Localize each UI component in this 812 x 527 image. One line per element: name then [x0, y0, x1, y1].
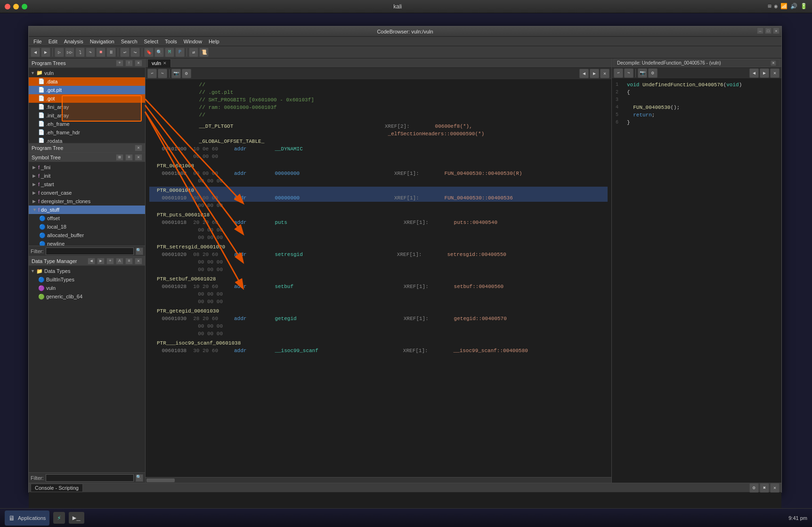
dc-close-btn[interactable]: ✕ [770, 68, 780, 78]
tb-stepover-btn[interactable]: ↷ [86, 48, 95, 57]
tree-item-got[interactable]: 📄 .got [29, 94, 145, 103]
console-tab[interactable]: Console - Scripting [31, 484, 83, 492]
symbol-filter-btn[interactable]: 🔍 [136, 247, 143, 255]
tb-undo-btn[interactable]: ↩ [120, 48, 130, 57]
listing-settings-btn[interactable]: ⚙ [182, 69, 191, 78]
program-tree-tab[interactable]: Program Tree [32, 145, 133, 151]
taskbar-terminal-icon[interactable]: ⚡ [53, 512, 65, 524]
tb-run2-btn[interactable]: ▷▷ [65, 48, 74, 57]
listing-tab-close[interactable]: ✕ [163, 61, 167, 66]
symbol-filter-input[interactable] [46, 247, 134, 255]
sym-deregister[interactable]: ▶ f deregister_tm_clones [29, 197, 145, 206]
tb-forward-btn[interactable]: ▶ [41, 48, 50, 57]
dt-next-btn[interactable]: ▶ [97, 258, 105, 264]
program-trees-export-btn[interactable]: ↑ [125, 60, 133, 66]
menu-edit[interactable]: Edit [46, 38, 60, 45]
tb-search-btn[interactable]: 🔍 [154, 48, 164, 57]
tree-item-fini-array[interactable]: 📄 .fini_array [29, 103, 145, 111]
menu-file[interactable]: File [31, 38, 45, 45]
sym-allocated[interactable]: 🔵 allocated_buffer [29, 231, 145, 239]
tree-item-got-plt[interactable]: 📄 .got.plt [29, 86, 145, 94]
listing-tb-btn2[interactable]: ↪ [158, 69, 167, 78]
dt-data-types[interactable]: ▼ 📁 Data Types [29, 267, 145, 275]
hscroll-thumb[interactable] [146, 478, 175, 482]
listing-tab-vuln[interactable]: vuln ✕ [147, 59, 171, 67]
dc-settings-btn[interactable]: ⚙ [648, 68, 658, 78]
dc-tb-btn1[interactable]: ↩ [614, 68, 623, 78]
dt-vuln[interactable]: 🟣 vuln [29, 284, 145, 292]
sym-newline[interactable]: 🔵 newline [29, 239, 145, 246]
taskbar-app-icon[interactable]: 🖥 Applications [5, 511, 49, 526]
tb-back-btn[interactable]: ◀ [31, 48, 40, 57]
dc-tb-btn2[interactable]: ↪ [624, 68, 633, 78]
sym-start[interactable]: ▶ f _start [29, 180, 145, 189]
os-max-btn[interactable] [22, 4, 27, 9]
menu-tools[interactable]: Tools [162, 38, 180, 45]
listing-tb-right2[interactable]: ▶ [590, 69, 599, 78]
sym-do-stuff[interactable]: ▼ f do_stuff [29, 206, 145, 214]
program-trees-close-btn[interactable]: ✕ [135, 60, 142, 66]
dt-filter-btn[interactable]: 🔍 [136, 474, 143, 482]
symbol-tree-close-btn[interactable]: ✕ [135, 154, 142, 161]
tree-item-vuln-root[interactable]: ▼ 📁 vuln [29, 69, 145, 77]
program-tree-tab-close[interactable]: ✕ [135, 145, 142, 151]
menu-analysis[interactable]: Analysis [61, 38, 86, 45]
listing-close-btn[interactable]: ✕ [600, 69, 609, 78]
tb-run-btn[interactable]: ▷ [55, 48, 64, 57]
tb-script-btn[interactable]: 📜 [199, 48, 209, 57]
app-maximize-btn[interactable]: □ [765, 27, 771, 34]
taskbar-term2-icon[interactable]: ▶_ [69, 512, 84, 524]
tb-redo-btn[interactable]: ↪ [130, 48, 140, 57]
console-settings-btn[interactable]: ⚙ [749, 483, 759, 493]
decompiler-tab[interactable]: Decompile: UndefinedFunction_00400576 - … [614, 59, 780, 67]
listing-camera-btn[interactable]: 📷 [171, 69, 181, 78]
dt-sort-btn[interactable]: A [116, 258, 123, 264]
tb-stop-btn[interactable]: ■ [96, 48, 106, 57]
dt-close-btn[interactable]: ✕ [135, 258, 142, 264]
menu-window[interactable]: Window [181, 38, 205, 45]
dt-builtin-types[interactable]: 🔵 BuiltInTypes [29, 275, 145, 284]
dt-prev-btn[interactable]: ◀ [88, 258, 95, 264]
listing-hscroll[interactable] [146, 477, 611, 483]
console-close-btn[interactable]: ✕ [770, 483, 780, 493]
menu-search[interactable]: Search [118, 38, 140, 45]
menu-help[interactable]: Help [206, 38, 222, 45]
tb-bookmark-btn[interactable]: 🔖 [144, 48, 154, 57]
app-minimize-btn[interactable]: — [757, 27, 763, 34]
sym-init[interactable]: ▶ f _init [29, 172, 145, 180]
symbol-tree-btn2[interactable]: ≡ [125, 154, 133, 161]
tree-item-eh-frame-hdr[interactable]: 📄 .eh_frame_hdr [29, 128, 145, 137]
dt-filter-input[interactable] [46, 474, 134, 482]
sym-local18[interactable]: 🔵 local_18 [29, 222, 145, 231]
os-close-btn[interactable] [5, 4, 10, 9]
console-clear-btn[interactable]: ✖ [760, 483, 769, 493]
dt-view-btn[interactable]: ≡ [125, 258, 133, 264]
menu-select[interactable]: Select [141, 38, 162, 45]
dc-tb-right2[interactable]: ▶ [760, 68, 769, 78]
symbol-tree-btn1[interactable]: ⊞ [116, 154, 123, 161]
tb-proc-btn[interactable]: P [175, 48, 185, 57]
dt-generic-clib[interactable]: 🟢 generic_clib_64 [29, 292, 145, 301]
dc-camera-btn[interactable]: 📷 [638, 68, 647, 78]
program-trees-add-btn[interactable]: + [116, 60, 123, 66]
sym-fini[interactable]: ▶ f _fini [29, 163, 145, 172]
dt-btn3[interactable]: + [106, 258, 114, 264]
tree-item-rodata[interactable]: 📄 .rodata [29, 137, 145, 143]
code-listing[interactable]: // // .got.plt // SHT_PROGBITS [0x601000… [146, 79, 611, 477]
tb-mem-btn[interactable]: M [165, 48, 174, 57]
sym-convert-case[interactable]: ▶ f convert_case [29, 189, 145, 197]
tree-item-data[interactable]: 📄 .data [29, 77, 145, 86]
tb-pause-btn[interactable]: ⏸ [106, 48, 116, 57]
tree-item-eh-frame[interactable]: 📄 .eh_frame [29, 120, 145, 128]
tb-sync-btn[interactable]: ⇄ [189, 48, 198, 57]
listing-tb-btn1[interactable]: ↩ [147, 69, 157, 78]
menu-navigation[interactable]: Navigation [87, 38, 117, 45]
listing-tb-right1[interactable]: ◀ [579, 69, 589, 78]
decompiler-tab-close[interactable]: ✕ [771, 60, 776, 66]
app-close-btn[interactable]: ✕ [773, 27, 780, 34]
decompiler-content[interactable]: 1 void UndefinedFunction_00400576 ( void… [612, 78, 781, 483]
os-min-btn[interactable] [13, 4, 19, 9]
dc-tb-right1[interactable]: ◀ [749, 68, 759, 78]
tree-item-init-array[interactable]: 📄 .init_array [29, 111, 145, 120]
sym-offset[interactable]: 🔵 offset [29, 214, 145, 222]
